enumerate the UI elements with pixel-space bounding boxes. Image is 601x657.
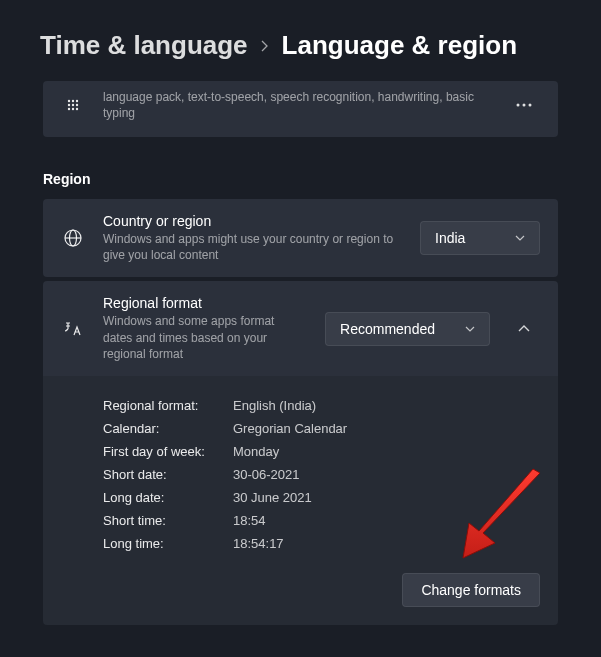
chevron-down-icon (515, 235, 525, 241)
detail-row: Calendar: Gregorian Calendar (103, 417, 540, 440)
country-dropdown[interactable]: India (420, 221, 540, 255)
country-desc: Windows and apps might use your country … (103, 231, 402, 263)
detail-value: 18:54 (233, 513, 266, 528)
svg-point-2 (76, 100, 78, 102)
detail-label: Long time: (103, 536, 233, 551)
svg-point-8 (76, 108, 78, 110)
change-formats-button[interactable]: Change formats (402, 573, 540, 607)
country-region-card: Country or region Windows and apps might… (43, 199, 558, 277)
svg-point-6 (68, 108, 70, 110)
detail-label: First day of week: (103, 444, 233, 459)
breadcrumb: Time & language Language & region (0, 0, 601, 81)
breadcrumb-parent[interactable]: Time & language (40, 30, 248, 61)
svg-point-11 (529, 104, 532, 107)
regional-format-title: Regional format (103, 295, 307, 311)
regional-format-desc: Windows and some apps format dates and t… (103, 313, 307, 362)
language-features-text: language pack, text-to-speech, speech re… (103, 89, 490, 121)
related-settings-header: Related settings (0, 629, 601, 657)
drag-handle-icon[interactable] (61, 98, 85, 112)
detail-label: Calendar: (103, 421, 233, 436)
language-card[interactable]: language pack, text-to-speech, speech re… (43, 81, 558, 137)
svg-point-1 (72, 100, 74, 102)
svg-point-10 (523, 104, 526, 107)
detail-row: Short date: 30-06-2021 (103, 463, 540, 486)
language-format-icon (61, 320, 85, 338)
detail-label: Short date: (103, 467, 233, 482)
detail-value: Monday (233, 444, 279, 459)
detail-label: Regional format: (103, 398, 233, 413)
country-dropdown-value: India (435, 230, 465, 246)
detail-label: Short time: (103, 513, 233, 528)
region-section-header: Region (0, 141, 601, 199)
detail-label: Long date: (103, 490, 233, 505)
detail-value: English (India) (233, 398, 316, 413)
detail-value: 18:54:17 (233, 536, 284, 551)
chevron-down-icon (465, 326, 475, 332)
detail-row: Long date: 30 June 2021 (103, 486, 540, 509)
regional-format-details: Regional format: English (India) Calenda… (43, 376, 558, 625)
detail-value: 30-06-2021 (233, 467, 300, 482)
regional-format-dropdown-value: Recommended (340, 321, 435, 337)
detail-row: Short time: 18:54 (103, 509, 540, 532)
detail-row: Long time: 18:54:17 (103, 532, 540, 555)
detail-row: Regional format: English (India) (103, 394, 540, 417)
chevron-right-icon (260, 39, 270, 53)
detail-row: First day of week: Monday (103, 440, 540, 463)
detail-value: Gregorian Calendar (233, 421, 347, 436)
regional-format-dropdown[interactable]: Recommended (325, 312, 490, 346)
regional-format-card: Regional format Windows and some apps fo… (43, 281, 558, 376)
globe-icon (61, 228, 85, 248)
country-title: Country or region (103, 213, 402, 229)
svg-point-5 (76, 104, 78, 106)
collapse-button[interactable] (508, 313, 540, 345)
breadcrumb-current: Language & region (282, 30, 517, 61)
detail-value: 30 June 2021 (233, 490, 312, 505)
svg-point-7 (72, 108, 74, 110)
svg-point-0 (68, 100, 70, 102)
svg-point-9 (517, 104, 520, 107)
more-options-button[interactable] (508, 103, 540, 107)
svg-point-4 (72, 104, 74, 106)
svg-point-3 (68, 104, 70, 106)
